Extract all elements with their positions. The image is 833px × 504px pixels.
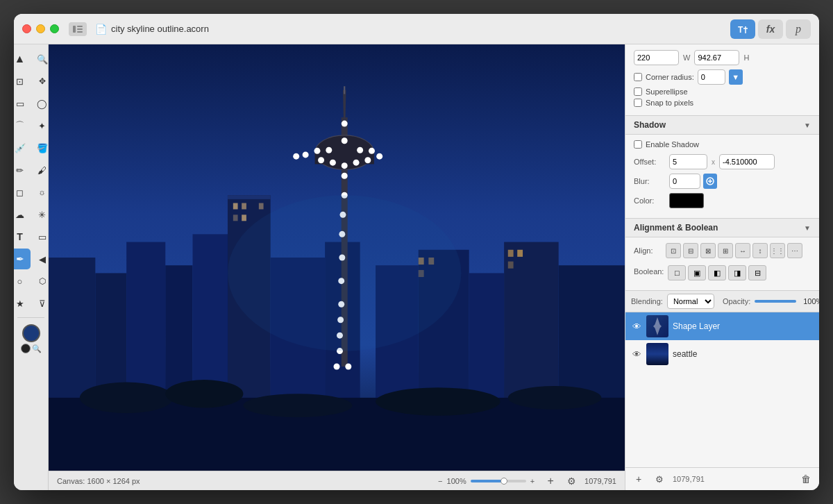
delete-layer-button[interactable]: 🗑 xyxy=(798,471,814,487)
align-label: Align: xyxy=(634,246,662,255)
background-color-swatch[interactable] xyxy=(21,344,31,353)
shadow-offset-y-input[interactable] xyxy=(719,154,775,169)
svg-rect-63 xyxy=(508,262,514,269)
svg-point-41 xyxy=(342,173,348,179)
magic-wand-tool[interactable]: ✦ xyxy=(32,115,49,136)
foreground-color-swatch[interactable] xyxy=(22,324,40,342)
layers-section-header[interactable]: Blending: Normal Multiply Screen Overlay… xyxy=(625,291,819,312)
align-bottom-button[interactable]: ↕ xyxy=(752,243,768,258)
zoom-slider[interactable] xyxy=(471,480,526,482)
brush-tool[interactable]: 🖌 xyxy=(32,160,49,180)
settings-icon[interactable]: ⚙ xyxy=(564,473,579,489)
add-layer-icon[interactable]: + xyxy=(543,473,558,489)
distribute-v-button[interactable]: ⋯ xyxy=(787,243,802,258)
p-tool-button[interactable]: p xyxy=(786,19,811,39)
opacity-slider[interactable] xyxy=(755,300,796,303)
bool-intersect-button[interactable]: ▣ xyxy=(688,265,706,280)
text-tool[interactable]: T xyxy=(14,226,31,247)
transform-tool[interactable]: ✥ xyxy=(32,71,49,92)
corner-radius-label: Corner radius: xyxy=(646,73,694,81)
layer-shape-layer[interactable]: 👁 Shape Layer xyxy=(625,312,819,340)
shadow-offset-x-input[interactable] xyxy=(669,154,707,169)
align-left-button[interactable]: ⊡ xyxy=(666,243,681,258)
align-center-h-button[interactable]: ⊟ xyxy=(683,243,698,258)
dodge-burn-tool[interactable]: ☼ xyxy=(32,182,49,203)
svg-point-52 xyxy=(345,364,351,370)
maximize-button[interactable] xyxy=(50,24,59,33)
type-tool-button[interactable]: T xyxy=(730,19,755,39)
width-input[interactable]: 220 xyxy=(634,50,679,65)
star-tool[interactable]: ★ xyxy=(14,293,31,314)
settings-gear-icon[interactable]: ⚙ xyxy=(652,471,667,487)
lasso-tool[interactable]: ⌒ xyxy=(14,115,31,136)
fx-tool-button[interactable]: fx xyxy=(758,19,783,39)
close-button[interactable] xyxy=(22,24,31,33)
layer-seattle[interactable]: 👁 seattle xyxy=(625,340,819,368)
svg-point-69 xyxy=(508,386,602,410)
sidebar-toggle-button[interactable] xyxy=(69,22,87,36)
eyedropper-tool[interactable]: 💉 xyxy=(14,137,31,158)
svg-point-27 xyxy=(342,121,348,127)
zoom-in-icon[interactable]: + xyxy=(530,477,535,485)
canvas-container[interactable] xyxy=(49,44,625,471)
align-row: Align: ⊡ ⊟ ⊠ ⊞ ↔ ↕ ⋮⋮ ⋯ xyxy=(634,243,811,258)
corner-radius-dropdown[interactable]: ▼ xyxy=(729,69,743,85)
svg-point-38 xyxy=(376,153,382,160)
superellipse-label: Superellipse xyxy=(646,87,688,96)
crop-tool[interactable]: ⊡ xyxy=(14,71,31,92)
align-right-button[interactable]: ⊠ xyxy=(700,243,716,258)
svg-point-37 xyxy=(364,157,371,163)
enable-shadow-label: Enable Shadow xyxy=(646,140,699,149)
bool-combine-button[interactable]: ⊟ xyxy=(748,265,766,280)
snap-pixels-checkbox[interactable] xyxy=(634,99,642,107)
layer-visibility-icon-seattle[interactable]: 👁 xyxy=(631,348,642,360)
ellipse-select-tool[interactable]: ◯ xyxy=(32,93,49,114)
blur-stepper-button[interactable] xyxy=(703,174,717,189)
vector-tool[interactable]: ◀ xyxy=(32,249,49,269)
paint-bucket-tool[interactable]: 🪣 xyxy=(32,137,49,158)
superellipse-checkbox[interactable] xyxy=(634,87,642,96)
path-tool[interactable]: ⊽ xyxy=(32,293,49,314)
eraser-tool[interactable]: ◻ xyxy=(14,182,31,203)
arrow-tool[interactable]: ▲ xyxy=(14,49,31,69)
zoom-out-icon[interactable]: − xyxy=(438,477,442,485)
layer-visibility-icon-shape[interactable]: 👁 xyxy=(631,321,642,332)
shadow-color-swatch[interactable] xyxy=(669,193,704,208)
corner-radius-row: Corner radius: ▼ xyxy=(634,69,811,85)
smudge-tool[interactable]: ☁ xyxy=(14,204,31,225)
align-center-v-button[interactable]: ↔ xyxy=(735,243,750,258)
bool-subtract-button[interactable]: ◧ xyxy=(708,265,726,280)
layer-count: 1079,791 xyxy=(673,475,705,483)
corner-radius-input[interactable] xyxy=(698,69,725,85)
blending-select[interactable]: Normal Multiply Screen Overlay xyxy=(667,294,714,309)
rect-select-tool[interactable]: ▭ xyxy=(14,93,31,114)
superellipse-row: Superellipse xyxy=(634,87,811,96)
shadow-chevron: ▼ xyxy=(804,121,811,129)
height-input[interactable]: 942.67 xyxy=(694,50,739,65)
sharpen-tool[interactable]: ✳ xyxy=(32,204,49,225)
add-item-button[interactable]: + xyxy=(631,471,646,487)
height-unit: H xyxy=(743,53,749,62)
shadow-section: Enable Shadow Offset: x Blur: xyxy=(625,135,819,219)
svg-point-35 xyxy=(342,162,348,169)
align-top-button[interactable]: ⊞ xyxy=(718,243,733,258)
zoom-tool[interactable]: 🔍 xyxy=(32,49,49,69)
bool-exclude-button[interactable]: ◨ xyxy=(728,265,746,280)
minimize-button[interactable] xyxy=(36,24,45,33)
svg-rect-0 xyxy=(73,26,76,33)
alignment-section-header[interactable]: Alignment & Boolean ▼ xyxy=(625,219,819,237)
layers-footer: + ⚙ 1079,791 🗑 xyxy=(625,467,819,490)
enable-shadow-checkbox[interactable] xyxy=(634,140,642,149)
shadow-blur-input[interactable] xyxy=(669,174,700,189)
distribute-h-button[interactable]: ⋮⋮ xyxy=(770,243,785,258)
pen-tool[interactable]: ✒ xyxy=(14,249,31,269)
ellipse-tool[interactable]: ○ xyxy=(14,271,31,292)
bool-union-button[interactable]: □ xyxy=(668,265,686,280)
corner-radius-checkbox[interactable] xyxy=(634,73,642,81)
svg-point-36 xyxy=(353,160,360,166)
polygon-tool[interactable]: ⬡ xyxy=(32,271,49,292)
shape-rect-tool[interactable]: ▭ xyxy=(32,226,49,247)
zoom-tool-sm[interactable]: 🔍 xyxy=(32,344,42,353)
pencil-tool[interactable]: ✏ xyxy=(14,160,31,180)
shadow-section-header[interactable]: Shadow ▼ xyxy=(625,116,819,135)
